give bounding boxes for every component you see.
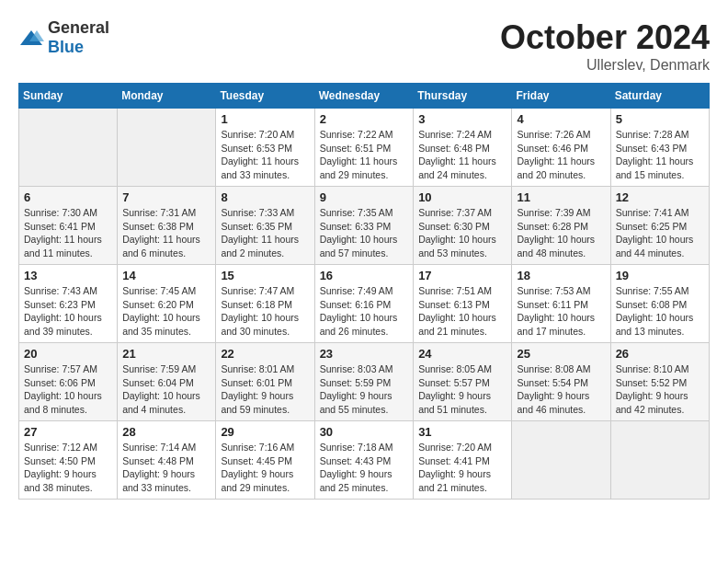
calendar-week-row: 6Sunrise: 7:30 AM Sunset: 6:41 PM Daylig… (19, 187, 710, 265)
day-number: 9 (320, 190, 409, 204)
day-info: Sunrise: 7:39 AM Sunset: 6:28 PM Dayligh… (517, 206, 605, 260)
calendar-cell: 24Sunrise: 8:05 AM Sunset: 5:57 PM Dayli… (414, 343, 512, 421)
day-info: Sunrise: 7:26 AM Sunset: 6:46 PM Dayligh… (517, 128, 605, 182)
day-number: 24 (418, 347, 506, 361)
day-info: Sunrise: 8:03 AM Sunset: 5:59 PM Dayligh… (320, 362, 409, 417)
calendar-cell: 15Sunrise: 7:47 AM Sunset: 6:18 PM Dayli… (216, 265, 314, 343)
calendar-cell: 10Sunrise: 7:37 AM Sunset: 6:30 PM Dayli… (414, 187, 512, 265)
day-number: 18 (517, 269, 605, 282)
day-number: 17 (418, 269, 506, 282)
day-number: 11 (517, 190, 605, 204)
calendar-cell: 20Sunrise: 7:57 AM Sunset: 6:06 PM Dayli… (19, 343, 118, 421)
day-info: Sunrise: 7:35 AM Sunset: 6:33 PM Dayligh… (320, 206, 409, 260)
calendar-week-row: 20Sunrise: 7:57 AM Sunset: 6:06 PM Dayli… (19, 343, 710, 421)
day-number: 19 (616, 269, 704, 282)
calendar-week-row: 27Sunrise: 7:12 AM Sunset: 4:50 PM Dayli… (19, 421, 710, 500)
day-info: Sunrise: 8:10 AM Sunset: 5:52 PM Dayligh… (616, 362, 704, 417)
day-number: 26 (616, 347, 704, 361)
calendar-cell: 5Sunrise: 7:28 AM Sunset: 6:43 PM Daylig… (610, 109, 709, 187)
weekday-header-cell: Wednesday (314, 84, 414, 109)
day-number: 8 (221, 190, 309, 204)
day-info: Sunrise: 7:20 AM Sunset: 4:41 PM Dayligh… (418, 441, 506, 495)
calendar-cell (118, 109, 216, 187)
day-info: Sunrise: 7:30 AM Sunset: 6:41 PM Dayligh… (24, 206, 112, 260)
day-number: 2 (320, 112, 409, 126)
day-number: 13 (24, 269, 112, 282)
calendar-cell: 17Sunrise: 7:51 AM Sunset: 6:13 PM Dayli… (414, 265, 512, 343)
day-info: Sunrise: 7:22 AM Sunset: 6:51 PM Dayligh… (320, 128, 409, 182)
calendar-cell: 4Sunrise: 7:26 AM Sunset: 6:46 PM Daylig… (512, 109, 610, 187)
day-info: Sunrise: 7:12 AM Sunset: 4:50 PM Dayligh… (24, 441, 112, 495)
calendar-cell: 11Sunrise: 7:39 AM Sunset: 6:28 PM Dayli… (512, 187, 610, 265)
calendar-cell: 30Sunrise: 7:18 AM Sunset: 4:43 PM Dayli… (314, 421, 414, 500)
calendar-cell: 13Sunrise: 7:43 AM Sunset: 6:23 PM Dayli… (19, 265, 118, 343)
month-title: October 2024 (500, 18, 710, 57)
calendar-cell: 14Sunrise: 7:45 AM Sunset: 6:20 PM Dayli… (118, 265, 216, 343)
weekday-header-cell: Monday (118, 84, 216, 109)
calendar-table: SundayMondayTuesdayWednesdayThursdayFrid… (18, 83, 710, 500)
day-info: Sunrise: 7:41 AM Sunset: 6:25 PM Dayligh… (616, 206, 704, 260)
day-number: 20 (24, 347, 112, 361)
calendar-cell: 29Sunrise: 7:16 AM Sunset: 4:45 PM Dayli… (216, 421, 314, 500)
day-number: 7 (122, 190, 210, 204)
day-number: 25 (517, 347, 605, 361)
day-number: 15 (221, 269, 309, 282)
day-info: Sunrise: 7:37 AM Sunset: 6:30 PM Dayligh… (418, 206, 506, 260)
calendar-week-row: 1Sunrise: 7:20 AM Sunset: 6:53 PM Daylig… (19, 109, 710, 187)
day-info: Sunrise: 7:24 AM Sunset: 6:48 PM Dayligh… (418, 128, 506, 182)
calendar-cell: 19Sunrise: 7:55 AM Sunset: 6:08 PM Dayli… (610, 265, 709, 343)
day-number: 6 (24, 190, 112, 204)
weekday-header-cell: Friday (512, 84, 610, 109)
calendar-cell (19, 109, 118, 187)
day-number: 27 (24, 425, 112, 439)
logo-general: General (48, 18, 109, 37)
calendar-cell: 21Sunrise: 7:59 AM Sunset: 6:04 PM Dayli… (118, 343, 216, 421)
day-number: 22 (221, 347, 309, 361)
day-info: Sunrise: 7:20 AM Sunset: 6:53 PM Dayligh… (221, 128, 309, 182)
day-info: Sunrise: 7:47 AM Sunset: 6:18 PM Dayligh… (221, 284, 309, 339)
day-number: 4 (517, 112, 605, 126)
calendar-cell: 1Sunrise: 7:20 AM Sunset: 6:53 PM Daylig… (216, 109, 314, 187)
calendar-cell: 6Sunrise: 7:30 AM Sunset: 6:41 PM Daylig… (19, 187, 118, 265)
calendar-cell: 25Sunrise: 8:08 AM Sunset: 5:54 PM Dayli… (512, 343, 610, 421)
weekday-header: SundayMondayTuesdayWednesdayThursdayFrid… (19, 84, 710, 109)
calendar-cell: 28Sunrise: 7:14 AM Sunset: 4:48 PM Dayli… (118, 421, 216, 500)
location-title: Ullerslev, Denmark (500, 57, 710, 74)
day-info: Sunrise: 7:33 AM Sunset: 6:35 PM Dayligh… (221, 206, 309, 260)
day-number: 21 (122, 347, 210, 361)
day-info: Sunrise: 7:55 AM Sunset: 6:08 PM Dayligh… (616, 284, 704, 339)
day-info: Sunrise: 7:16 AM Sunset: 4:45 PM Dayligh… (221, 441, 309, 495)
day-number: 28 (122, 425, 210, 439)
calendar-body: 1Sunrise: 7:20 AM Sunset: 6:53 PM Daylig… (19, 109, 710, 500)
day-number: 16 (320, 269, 409, 282)
calendar-cell: 18Sunrise: 7:53 AM Sunset: 6:11 PM Dayli… (512, 265, 610, 343)
weekday-header-cell: Thursday (414, 84, 512, 109)
day-number: 23 (320, 347, 409, 361)
day-number: 29 (221, 425, 309, 439)
calendar-cell (610, 421, 709, 500)
calendar-week-row: 13Sunrise: 7:43 AM Sunset: 6:23 PM Dayli… (19, 265, 710, 343)
day-number: 10 (418, 190, 506, 204)
day-info: Sunrise: 7:53 AM Sunset: 6:11 PM Dayligh… (517, 284, 605, 339)
day-info: Sunrise: 7:57 AM Sunset: 6:06 PM Dayligh… (24, 362, 112, 417)
day-number: 1 (221, 112, 309, 126)
calendar-cell: 26Sunrise: 8:10 AM Sunset: 5:52 PM Dayli… (610, 343, 709, 421)
day-info: Sunrise: 7:14 AM Sunset: 4:48 PM Dayligh… (122, 441, 210, 495)
calendar-cell: 27Sunrise: 7:12 AM Sunset: 4:50 PM Dayli… (19, 421, 118, 500)
calendar-cell: 12Sunrise: 7:41 AM Sunset: 6:25 PM Dayli… (610, 187, 709, 265)
calendar-cell: 9Sunrise: 7:35 AM Sunset: 6:33 PM Daylig… (314, 187, 414, 265)
day-info: Sunrise: 8:08 AM Sunset: 5:54 PM Dayligh… (517, 362, 605, 417)
calendar-cell: 16Sunrise: 7:49 AM Sunset: 6:16 PM Dayli… (314, 265, 414, 343)
weekday-header-cell: Tuesday (216, 84, 314, 109)
day-info: Sunrise: 7:43 AM Sunset: 6:23 PM Dayligh… (24, 284, 112, 339)
title-area: October 2024 Ullerslev, Denmark (500, 18, 710, 74)
day-info: Sunrise: 7:59 AM Sunset: 6:04 PM Dayligh… (122, 362, 210, 417)
weekday-header-cell: Sunday (19, 84, 118, 109)
day-info: Sunrise: 7:18 AM Sunset: 4:43 PM Dayligh… (320, 441, 409, 495)
calendar-cell: 2Sunrise: 7:22 AM Sunset: 6:51 PM Daylig… (314, 109, 414, 187)
day-number: 3 (418, 112, 506, 126)
day-info: Sunrise: 7:28 AM Sunset: 6:43 PM Dayligh… (616, 128, 704, 182)
day-info: Sunrise: 7:51 AM Sunset: 6:13 PM Dayligh… (418, 284, 506, 339)
day-number: 30 (320, 425, 409, 439)
day-info: Sunrise: 7:31 AM Sunset: 6:38 PM Dayligh… (122, 206, 210, 260)
